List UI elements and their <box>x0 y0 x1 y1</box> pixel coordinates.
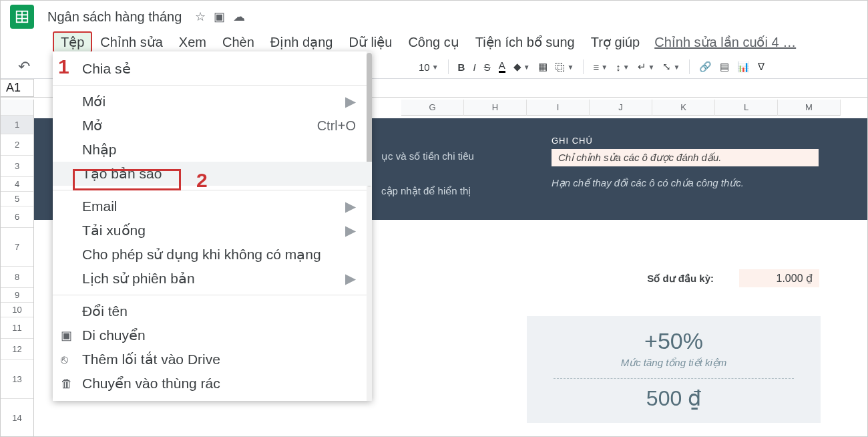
row-header[interactable]: 10 <box>1 303 33 317</box>
col-header[interactable]: G <box>401 100 464 116</box>
menu-item-move[interactable]: ▣Di chuyển <box>53 323 372 347</box>
col-header[interactable]: J <box>590 100 652 116</box>
row-header[interactable]: 13 <box>1 360 33 399</box>
name-box[interactable]: A1 <box>1 79 34 97</box>
menu-item-open[interactable]: MởCtrl+O <box>53 114 372 138</box>
submenu-arrow-icon: ▶ <box>345 271 356 287</box>
formula-note: Hạn chế thay đổi các ô có chứa công thức… <box>552 177 744 189</box>
col-header[interactable]: L <box>715 100 778 116</box>
comment-icon[interactable]: ▤ <box>717 59 732 74</box>
percent-change: +50% <box>533 328 814 354</box>
font-size-value: 10 <box>419 61 430 73</box>
menu-addons[interactable]: Tiện ích bổ sung <box>467 31 583 53</box>
sheets-logo <box>10 5 34 29</box>
row-header[interactable]: 2 <box>1 134 33 156</box>
balance-value-cell[interactable]: 1.000 ₫ <box>739 269 819 287</box>
menu-item-shortcut[interactable]: ⎋Thêm lối tắt vào Drive <box>53 347 372 372</box>
col-header[interactable]: M <box>778 100 841 116</box>
menu-file[interactable]: Tệp <box>53 31 92 53</box>
row-header[interactable]: 8 <box>1 267 33 288</box>
annotation-2: 2 <box>196 169 208 192</box>
text-color-button[interactable]: A <box>496 60 508 74</box>
amount-value: 500 ₫ <box>533 386 814 411</box>
halign-button[interactable]: ≡▼ <box>590 60 610 74</box>
row-header[interactable]: 6 <box>1 206 33 228</box>
menu-item-make-copy[interactable]: Tạo bản sao <box>53 162 372 186</box>
borders-button[interactable]: ▦ <box>535 59 550 74</box>
column-headers: G H I J K L M <box>401 100 867 116</box>
bold-button[interactable]: B <box>455 60 468 74</box>
notes-header: GHI CHÚ <box>552 136 593 146</box>
menu-item-email[interactable]: Email▶ <box>53 194 372 218</box>
trash-icon: 🗑 <box>61 377 73 391</box>
doc-title[interactable]: Ngân sách hàng tháng <box>47 9 182 25</box>
row-header[interactable]: 11 <box>1 317 33 339</box>
menu-item-history[interactable]: Lịch sử phiên bản▶ <box>53 267 372 291</box>
link-icon[interactable]: 🔗 <box>696 59 714 74</box>
last-edit-link[interactable]: Chỉnh sửa lần cuối 4 … <box>654 34 796 50</box>
editable-note-cell[interactable]: Chỉ chỉnh sửa các ô được đánh dấu. <box>552 149 819 166</box>
col-header[interactable]: I <box>527 100 590 116</box>
percent-sub: Mức tăng tổng tiết kiệm <box>533 354 814 376</box>
shortcut-label: Ctrl+O <box>317 118 356 134</box>
merge-button[interactable]: ⿻▼ <box>553 60 577 74</box>
submenu-arrow-icon: ▶ <box>345 223 356 239</box>
annotation-1: 1 <box>58 55 69 78</box>
summary-card: +50% Mức tăng tổng tiết kiệm 500 ₫ <box>527 316 821 423</box>
filter-icon[interactable]: ∇ <box>755 59 767 74</box>
menu-item-offline[interactable]: Cho phép sử dụng khi không có mạng <box>53 243 372 267</box>
instruction-text-1: ục và số tiền chi tiêu <box>381 150 474 162</box>
row-header[interactable]: 4 <box>1 177 33 192</box>
move-folder-icon[interactable]: ▣ <box>214 9 225 24</box>
menu-item-trash[interactable]: 🗑Chuyển vào thùng rác <box>53 372 372 396</box>
move-icon: ▣ <box>61 328 72 343</box>
italic-button[interactable]: I <box>470 60 478 74</box>
file-menu-dropdown: Chia sẻ Mới▶ MởCtrl+O Nhập Tạo bản sao E… <box>53 51 372 401</box>
row-header[interactable]: 9 <box>1 288 33 303</box>
menu-data[interactable]: Dữ liệu <box>341 31 400 53</box>
menu-item-import[interactable]: Nhập <box>53 138 372 162</box>
menu-edit[interactable]: Chỉnh sửa <box>92 31 171 53</box>
row-headers: 1 2 3 4 5 6 7 8 9 10 11 12 13 14 15 <box>1 100 34 436</box>
row-header[interactable]: 12 <box>1 339 33 360</box>
balance-label: Số dư đầu kỳ: <box>647 273 714 285</box>
submenu-arrow-icon: ▶ <box>345 94 356 110</box>
row-header[interactable]: 5 <box>1 192 33 206</box>
menu-item-share[interactable]: Chia sẻ <box>53 57 372 81</box>
menu-item-new[interactable]: Mới▶ <box>53 90 372 114</box>
row-header[interactable]: 1 <box>1 116 33 134</box>
col-header[interactable]: H <box>464 100 527 116</box>
menu-item-rename[interactable]: Đổi tên <box>53 299 372 323</box>
row-header[interactable]: 3 <box>1 156 33 177</box>
col-header[interactable]: K <box>652 100 715 116</box>
star-icon[interactable]: ☆ <box>195 9 206 24</box>
chart-icon[interactable]: 📊 <box>734 59 752 74</box>
strike-button[interactable]: S <box>481 60 493 74</box>
menu-format[interactable]: Định dạng <box>262 31 341 53</box>
row-header[interactable]: 7 <box>1 228 33 267</box>
menu-item-download[interactable]: Tải xuống▶ <box>53 218 372 243</box>
valign-button[interactable]: ↕▼ <box>613 60 632 74</box>
instruction-text-2: cập nhật để hiển thị <box>381 185 471 197</box>
font-size-selector[interactable]: 10▼ <box>416 60 441 74</box>
fill-color-button[interactable]: ◆▼ <box>511 59 533 74</box>
row-header[interactable]: 14 <box>1 399 33 437</box>
menu-help[interactable]: Trợ giúp <box>583 31 648 53</box>
menu-tools[interactable]: Công cụ <box>400 31 467 53</box>
rotate-button[interactable]: ⤡▼ <box>660 59 682 74</box>
undo-icon[interactable]: ↶ <box>18 58 30 76</box>
title-bar: Ngân sách hàng tháng ☆ ▣ ☁ <box>1 1 867 30</box>
menu-insert[interactable]: Chèn <box>214 32 262 53</box>
wrap-button[interactable]: ↵▼ <box>635 59 658 74</box>
submenu-arrow-icon: ▶ <box>345 198 356 214</box>
cloud-status-icon[interactable]: ☁ <box>233 9 245 24</box>
drive-shortcut-icon: ⎋ <box>61 353 68 367</box>
menu-view[interactable]: Xem <box>171 32 214 53</box>
